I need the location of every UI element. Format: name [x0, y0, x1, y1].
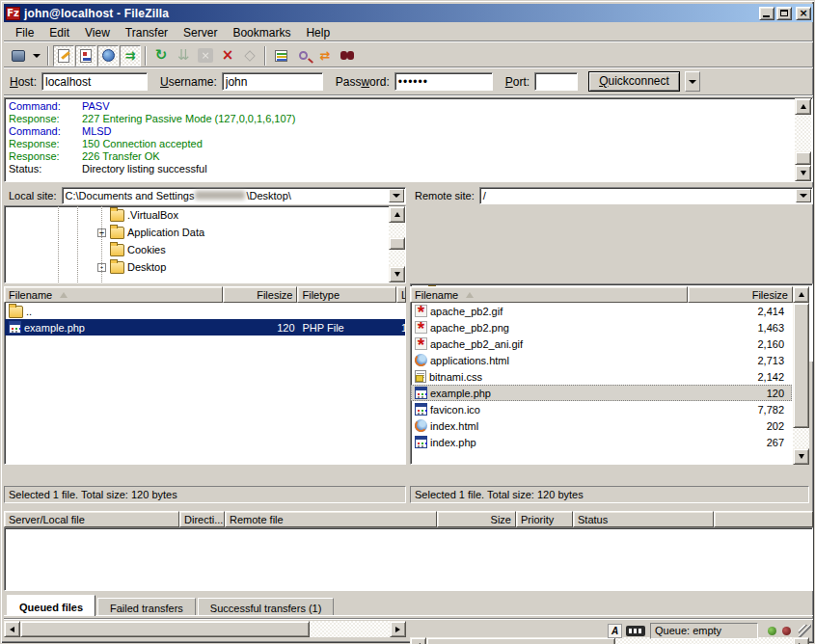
css-file-icon [415, 370, 426, 383]
quickconnect-bar: Host: Username: Password: Port: Quickcon… [4, 68, 813, 94]
queue-col-remote-file[interactable]: Remote file [225, 511, 437, 527]
scroll-thumb[interactable] [795, 151, 811, 165]
scroll-down-button[interactable] [793, 448, 809, 465]
local-col-lastmodified[interactable]: L [396, 286, 406, 303]
local-tree[interactable]: .VirtualBox +Application Data Cookies -D… [4, 205, 406, 283]
speed-limit-icon[interactable] [626, 626, 645, 636]
scroll-thumb[interactable] [389, 237, 405, 250]
title-bar[interactable]: Fz john@localhost - FileZilla × [4, 4, 813, 22]
port-input[interactable] [534, 72, 578, 91]
remote-site-combo[interactable]: / [479, 187, 813, 204]
remote-file-row[interactable]: bitnami.css2,142 [411, 368, 792, 385]
remote-site-bar: Remote site: / [410, 186, 813, 204]
menu-server[interactable]: Server [176, 24, 225, 41]
filezilla-app-icon[interactable]: Fz [6, 7, 20, 20]
scroll-down-button[interactable] [389, 266, 405, 282]
synchronized-browsing-button[interactable]: ⇄ [314, 45, 336, 67]
remote-file-row[interactable]: apache_pb2.png1,463 [411, 319, 792, 335]
menu-file[interactable]: File [8, 24, 41, 41]
process-queue-button[interactable]: ⇊ [173, 45, 194, 67]
tab-queued-files[interactable]: Queued files [7, 595, 95, 616]
password-input[interactable] [394, 72, 493, 91]
remote-file-row[interactable]: favicon.ico7,782 [411, 401, 792, 417]
tree-guide [101, 206, 102, 282]
toggle-queue-button[interactable]: ⇉ [120, 45, 141, 67]
scroll-up-button[interactable] [389, 206, 405, 223]
local-site-dropdown[interactable] [389, 189, 404, 202]
remote-list-scrollbar[interactable] [793, 286, 809, 465]
local-col-filename[interactable]: Filename [4, 286, 223, 303]
local-col-filetype[interactable]: Filetype [297, 286, 396, 303]
tab-failed-transfers[interactable]: Failed transfers [97, 598, 196, 616]
remote-col-filename[interactable]: Filename [410, 286, 688, 303]
local-file-row-example-php[interactable]: example.php 120 PHP File 1 [5, 319, 405, 335]
maximize-button[interactable] [776, 7, 792, 20]
tree-item-application-data[interactable]: +Application Data [5, 224, 405, 241]
tree-item-cookies[interactable]: Cookies [5, 241, 405, 258]
queue-col-size[interactable]: Size [437, 511, 516, 527]
local-tree-icon [80, 49, 92, 63]
scroll-up-button[interactable] [793, 286, 809, 303]
find-files-button[interactable] [337, 45, 358, 67]
local-col-filesize[interactable]: Filesize [223, 286, 298, 303]
refresh-button[interactable]: ↻ [150, 45, 172, 67]
directory-comparison-button[interactable] [292, 45, 313, 67]
data-type-icon[interactable]: A [608, 624, 622, 638]
remote-file-list[interactable]: apache_pb2.gif2,414 apache_pb2.png1,463 … [410, 303, 793, 465]
log-line: Status:Directory listing successful [9, 163, 812, 175]
queue-col-status[interactable]: Status [573, 511, 714, 527]
tab-successful-transfers[interactable]: Successful transfers (1) [198, 598, 335, 616]
quickconnect-button[interactable]: Quickconnect [588, 71, 680, 92]
local-tree-scrollbar[interactable] [389, 206, 405, 282]
scroll-down-button[interactable] [795, 165, 811, 181]
site-manager-dropdown[interactable] [30, 45, 43, 67]
remote-file-row[interactable]: index.php267 [411, 434, 792, 450]
remote-tree-icon [102, 49, 115, 62]
menu-bookmarks[interactable]: Bookmarks [225, 24, 298, 41]
remote-col-filesize[interactable]: Filesize [688, 286, 793, 303]
toggle-message-log-button[interactable] [53, 45, 74, 67]
ico-file-icon [415, 403, 427, 416]
remote-file-row[interactable]: apache_pb2.gif2,414 [411, 303, 792, 319]
remote-file-row[interactable]: apache_pb2_ani.gif2,160 [411, 335, 792, 352]
log-scrollbar[interactable] [795, 98, 811, 181]
quickconnect-dropdown[interactable] [685, 71, 700, 92]
menu-help[interactable]: Help [298, 24, 338, 41]
minimize-button[interactable] [759, 7, 774, 20]
menu-bar: File Edit View Transfer Server Bookmarks… [4, 23, 813, 41]
menu-transfer[interactable]: Transfer [118, 24, 176, 41]
remote-file-row-selected[interactable]: example.php120 [411, 385, 792, 401]
scroll-thumb[interactable] [793, 303, 809, 428]
site-manager-button[interactable] [8, 45, 29, 67]
reconnect-button[interactable]: ◇ [239, 45, 260, 67]
directory-filters-button[interactable] [270, 45, 291, 67]
local-site-label: Local site: [4, 190, 62, 201]
remote-file-row[interactable]: applications.html2,713 [411, 352, 792, 368]
local-file-row-up[interactable]: .. [5, 303, 405, 319]
tree-item-desktop[interactable]: -Desktop [5, 258, 405, 276]
username-input[interactable] [222, 72, 323, 91]
scroll-up-button[interactable] [795, 98, 811, 115]
local-site-combo[interactable]: C:\Documents and Settings\Desktop\ [62, 187, 406, 204]
host-input[interactable] [41, 72, 148, 91]
php-file-icon [415, 387, 427, 399]
queue-list[interactable] [4, 527, 813, 591]
remote-file-row[interactable]: index.html202 [411, 417, 792, 434]
close-button[interactable]: × [796, 7, 811, 20]
queue-col-direction[interactable]: Directi... [179, 511, 225, 527]
resize-grip[interactable] [799, 625, 811, 637]
transfer-queue: Server/Local file Directi... Remote file… [4, 511, 813, 592]
tree-item-virtualbox[interactable]: .VirtualBox [5, 206, 405, 224]
message-log[interactable]: Command:PASV Response:227 Entering Passi… [4, 97, 813, 182]
local-file-list[interactable]: .. example.php 120 PHP File 1 [4, 303, 406, 465]
disconnect-button[interactable]: × [217, 45, 238, 67]
queue-col-priority[interactable]: Priority [516, 511, 573, 527]
queue-col-server-local[interactable]: Server/Local file [4, 511, 179, 527]
cancel-operation-button[interactable]: × [195, 45, 216, 67]
menu-view[interactable]: View [77, 24, 118, 41]
toggle-local-tree-button[interactable] [75, 45, 96, 67]
menu-edit[interactable]: Edit [41, 24, 77, 41]
sort-ascending-icon [60, 292, 68, 298]
remote-site-dropdown[interactable] [796, 189, 811, 202]
toggle-remote-tree-button[interactable] [97, 45, 119, 67]
